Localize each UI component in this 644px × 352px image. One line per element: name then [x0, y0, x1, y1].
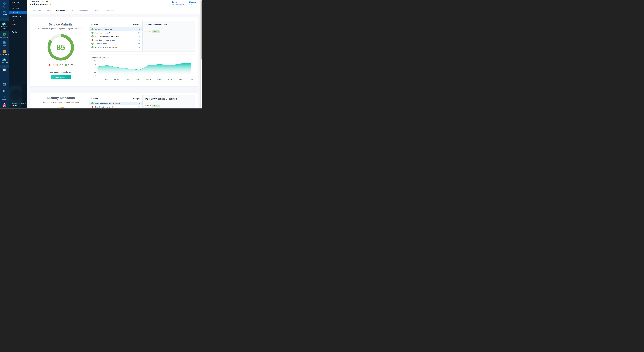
- check-row[interactable]: ✓More than 70% test coverage20: [89, 45, 142, 49]
- scorecard-title: Service Maturity: [32, 23, 89, 26]
- check-pass-icon: ✓: [92, 28, 94, 30]
- sidebar-item-help[interactable]: ?HELP: [0, 81, 9, 88]
- sidebar-item-projects[interactable]: Projects: [0, 9, 9, 18]
- sidebar-item-deployments[interactable]: ∞Deployments: [0, 31, 9, 40]
- sidebar-item-apis[interactable]: APIs: [9, 23, 27, 26]
- legend-dot: [56, 64, 58, 66]
- search-row[interactable]: Search: [9, 0, 27, 5]
- collapse-band[interactable]: [0, 65, 9, 68]
- entity-header: COMPONENT — SERVICE boutique-frontend ★ …: [27, 0, 202, 7]
- sidebar-item-catalog[interactable]: Catalog: [9, 10, 27, 14]
- check-weight: 30: [138, 43, 140, 45]
- check-weight: 20: [138, 46, 140, 48]
- builds-icon: ⊚: [3, 41, 6, 44]
- weight-column-header: Weight: [133, 97, 140, 100]
- owner-label[interactable]: Owner: [172, 1, 184, 3]
- sidebar-item-cloud-costs[interactable]: Cloud Costs: [0, 57, 9, 65]
- check-weight: 20: [138, 32, 140, 34]
- primary-sidebar-utility: ?HELPDASHBOARDS⚙ACCOUNT SETTINGS: [0, 81, 9, 103]
- scrollbar-thumb[interactable]: [201, 0, 202, 59]
- x-axis-tick: 1 Sep: [189, 79, 193, 80]
- check-weight: 10: [138, 28, 140, 30]
- favorite-star-icon[interactable]: ★: [49, 3, 51, 5]
- sidebar-item-home[interactable]: ❖Home: [0, 1, 9, 9]
- legend-item: 0-49: [49, 64, 54, 66]
- x-axis-tick: 31 Aug: [178, 79, 183, 80]
- sidebar-divider: [0, 18, 9, 21]
- check-pass-icon: ✓: [92, 43, 94, 45]
- tab-ci-cd[interactable]: CI/CD: [44, 7, 53, 14]
- check-detail-panel: API success rate > 99% Status: PASSED: [142, 21, 195, 51]
- legend-item: 75-100: [65, 64, 72, 66]
- x-axis-tick: 26 Aug: [125, 79, 129, 80]
- tab-api[interactable]: API: [68, 7, 75, 14]
- owner-meta: Owner field_engineering: [172, 1, 184, 5]
- avatar[interactable]: HM: [3, 103, 6, 107]
- scrollbar: [200, 0, 202, 109]
- status-label: Status:: [146, 31, 151, 32]
- sidebar-item-overview[interactable]: Overview: [9, 6, 27, 10]
- sidebar-item-self-service[interactable]: Self service: [9, 15, 27, 18]
- checks-table: Checks Weight ✓Pipeline OPA policies are…: [89, 95, 142, 109]
- dashboards-icon: [3, 90, 6, 92]
- window-bottom-bar: [0, 108, 202, 109]
- sidebar-item-label: Cloud Costs: [1, 62, 8, 63]
- last-updated-text: Last Updated: 2 weeks ago: [32, 71, 89, 73]
- sidebar-item-account-settings[interactable]: ⚙ACCOUNT SETTINGS: [0, 95, 9, 103]
- y-axis-tick: 75: [94, 64, 96, 65]
- x-axis-tick: 29 Aug: [157, 79, 162, 80]
- search-label: Search: [14, 1, 19, 3]
- rerun-checks-button[interactable]: Rerun Checks: [51, 75, 70, 79]
- check-detail-title: API success rate > 99%: [146, 23, 192, 26]
- search-icon: [12, 2, 13, 3]
- check-row[interactable]: ✓Pipeline OPA policies are satisfied10: [89, 102, 142, 105]
- check-weight: 30: [138, 106, 140, 108]
- sidebar-item-docs[interactable]: Docs: [9, 19, 27, 22]
- check-name: Less than 1% error in prod: [95, 39, 138, 41]
- module-switcher-button[interactable]: [2, 68, 7, 72]
- x-axis-tick: 27 Aug: [136, 79, 140, 80]
- sidebar-item-admin[interactable]: Admin: [9, 30, 27, 34]
- tab-docs[interactable]: Docs: [93, 7, 102, 14]
- improvement-chart-svg: 100755025024 Aug25 Aug26 Aug27 Aug28 Aug…: [91, 59, 193, 81]
- primary-sidebar-active-section: Developer Portal: [0, 21, 9, 31]
- tab-overview[interactable]: Overview: [31, 7, 43, 14]
- developer-portal-icon: [2, 22, 6, 25]
- tab-scorecard[interactable]: Scorecard: [54, 7, 67, 14]
- sidebar-item-builds[interactable]: ⊚Builds: [0, 40, 9, 48]
- sidebar-item-label: Feature Flags: [0, 53, 9, 55]
- check-row[interactable]: ✓API success rate > 99%10: [89, 27, 142, 31]
- x-axis-tick: 28 Aug: [146, 79, 151, 80]
- scorecard-title: Security Standards: [32, 96, 89, 100]
- sidebar-item-feature-flags[interactable]: ⚑Feature Flags: [0, 48, 9, 57]
- module-grid-icon: [3, 69, 6, 71]
- check-pass-icon: ✓: [92, 35, 94, 37]
- check-row[interactable]: ✓Java version is LTS20: [89, 31, 142, 35]
- sidebar-item-label: Deployments: [0, 36, 8, 38]
- check-name: TechDocs exists: [95, 43, 138, 45]
- primary-sidebar-modules: ∞Deployments⊚Builds⚑Feature FlagsCloud C…: [0, 31, 9, 65]
- check-name: Branch protection is set: [95, 106, 138, 108]
- check-name: Java version is LTS: [95, 32, 138, 34]
- check-row[interactable]: ✓Mean time to merge PR < 48 hr5: [89, 35, 142, 38]
- scorecard-content: Service Maturity Measures development be…: [27, 14, 200, 109]
- score-legend: 0-4950-7475-100: [32, 64, 89, 66]
- y-axis-tick: 50: [94, 68, 96, 69]
- check-weight: 15: [138, 39, 140, 41]
- lifecycle-value: prod: [189, 3, 196, 5]
- brand-name: Portal: [12, 104, 27, 107]
- check-row[interactable]: ✓TechDocs exists30: [89, 42, 142, 45]
- owner-value[interactable]: field_engineering: [172, 3, 184, 5]
- status-badge: PASSED: [152, 104, 160, 107]
- deployments-icon: ∞: [3, 33, 6, 36]
- check-weight: 10: [138, 102, 140, 104]
- sidebar-item-developer-portal[interactable]: Developer Portal: [0, 21, 9, 31]
- check-fail-icon: ✕: [92, 106, 94, 108]
- kebab-menu-icon[interactable]: ⋮: [198, 2, 200, 4]
- sidebar-item-dashboards[interactable]: DASHBOARDS: [0, 88, 9, 95]
- tab-kubernetes[interactable]: Kubernetes: [102, 7, 116, 14]
- tab-dependencies[interactable]: Dependencies: [76, 7, 92, 14]
- check-row[interactable]: ✕Less than 1% error in prod15: [89, 38, 142, 42]
- scorecard-subtitle: Measures best practices of security oper…: [32, 101, 89, 103]
- secondary-sidebar: Search OverviewCatalogSelf serviceDocsAP…: [9, 0, 27, 109]
